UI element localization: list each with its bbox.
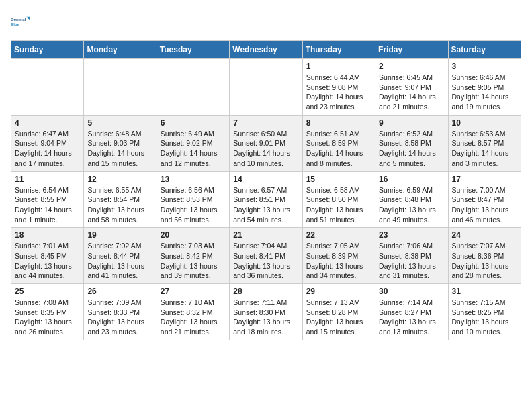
logo: GeneralBlue [11,11,32,32]
weekday-header-friday: Friday [375,41,448,59]
day-info: Sunrise: 7:10 AM Sunset: 8:32 PM Dayligh… [161,298,226,337]
day-number: 15 [306,175,371,184]
calendar-cell: 25Sunrise: 7:08 AM Sunset: 8:35 PM Dayli… [11,284,84,340]
day-info: Sunrise: 6:50 AM Sunset: 9:01 PM Dayligh… [233,129,298,169]
day-number: 25 [15,287,80,296]
day-info: Sunrise: 6:48 AM Sunset: 9:03 PM Dayligh… [87,129,152,169]
day-info: Sunrise: 6:47 AM Sunset: 9:04 PM Dayligh… [15,129,80,169]
calendar-cell: 30Sunrise: 7:14 AM Sunset: 8:27 PM Dayli… [375,284,448,340]
day-info: Sunrise: 6:45 AM Sunset: 9:07 PM Dayligh… [379,73,444,112]
calendar-cell: 21Sunrise: 7:04 AM Sunset: 8:41 PM Dayli… [230,228,302,284]
calendar-cell: 23Sunrise: 7:06 AM Sunset: 8:38 PM Dayli… [375,228,448,284]
calendar-cell: 17Sunrise: 7:00 AM Sunset: 8:47 PM Dayli… [448,171,521,228]
day-number: 26 [87,287,152,296]
day-number: 21 [233,230,298,240]
calendar-cell [230,59,302,116]
day-info: Sunrise: 6:54 AM Sunset: 8:55 PM Dayligh… [15,185,80,225]
page-header: GeneralBlue [11,11,521,32]
day-info: Sunrise: 6:46 AM Sunset: 9:05 PM Dayligh… [452,73,517,112]
svg-text:Blue: Blue [11,22,20,26]
day-info: Sunrise: 6:52 AM Sunset: 8:58 PM Dayligh… [379,129,444,169]
day-number: 27 [161,287,226,296]
calendar-cell: 13Sunrise: 6:56 AM Sunset: 8:53 PM Dayli… [157,171,229,228]
day-info: Sunrise: 7:02 AM Sunset: 8:44 PM Dayligh… [87,241,152,281]
day-number: 9 [379,118,444,128]
calendar-cell: 8Sunrise: 6:51 AM Sunset: 8:59 PM Daylig… [302,115,375,171]
day-info: Sunrise: 7:01 AM Sunset: 8:45 PM Dayligh… [15,241,80,281]
day-info: Sunrise: 7:15 AM Sunset: 8:25 PM Dayligh… [452,298,517,337]
day-info: Sunrise: 7:09 AM Sunset: 8:33 PM Dayligh… [87,298,152,337]
calendar-cell: 20Sunrise: 7:03 AM Sunset: 8:42 PM Dayli… [157,228,229,284]
day-info: Sunrise: 6:49 AM Sunset: 9:02 PM Dayligh… [161,129,226,169]
logo-icon: GeneralBlue [11,11,32,32]
day-number: 17 [452,175,517,184]
day-number: 6 [161,118,226,128]
calendar-cell [84,59,157,116]
day-info: Sunrise: 7:08 AM Sunset: 8:35 PM Dayligh… [15,298,80,337]
day-number: 11 [15,175,80,184]
calendar-cell: 31Sunrise: 7:15 AM Sunset: 8:25 PM Dayli… [448,284,521,340]
day-number: 28 [233,287,298,296]
weekday-header-tuesday: Tuesday [157,41,229,59]
day-number: 5 [87,118,152,128]
day-info: Sunrise: 6:53 AM Sunset: 8:57 PM Dayligh… [452,129,517,169]
calendar-table: SundayMondayTuesdayWednesdayThursdayFrid… [11,40,521,340]
calendar-cell: 24Sunrise: 7:07 AM Sunset: 8:36 PM Dayli… [448,228,521,284]
day-info: Sunrise: 6:44 AM Sunset: 9:08 PM Dayligh… [306,73,371,112]
day-number: 29 [306,287,371,296]
calendar-cell: 10Sunrise: 6:53 AM Sunset: 8:57 PM Dayli… [448,115,521,171]
day-info: Sunrise: 6:51 AM Sunset: 8:59 PM Dayligh… [306,129,371,169]
day-info: Sunrise: 7:14 AM Sunset: 8:27 PM Dayligh… [379,298,444,337]
day-number: 4 [15,118,80,128]
calendar-cell: 28Sunrise: 7:11 AM Sunset: 8:30 PM Dayli… [230,284,302,340]
day-number: 2 [379,62,444,71]
day-info: Sunrise: 6:58 AM Sunset: 8:50 PM Dayligh… [306,185,371,225]
day-number: 31 [452,287,517,296]
calendar-cell: 12Sunrise: 6:55 AM Sunset: 8:54 PM Dayli… [84,171,157,228]
svg-marker-2 [26,17,30,21]
weekday-header-sunday: Sunday [11,41,84,59]
calendar-cell: 11Sunrise: 6:54 AM Sunset: 8:55 PM Dayli… [11,171,84,228]
calendar-cell: 9Sunrise: 6:52 AM Sunset: 8:58 PM Daylig… [375,115,448,171]
day-info: Sunrise: 7:04 AM Sunset: 8:41 PM Dayligh… [233,241,298,281]
calendar-cell: 19Sunrise: 7:02 AM Sunset: 8:44 PM Dayli… [84,228,157,284]
day-number: 13 [161,175,226,184]
calendar-cell: 18Sunrise: 7:01 AM Sunset: 8:45 PM Dayli… [11,228,84,284]
day-number: 1 [306,62,371,71]
day-info: Sunrise: 7:00 AM Sunset: 8:47 PM Dayligh… [452,185,517,225]
calendar-cell [157,59,229,116]
day-info: Sunrise: 7:06 AM Sunset: 8:38 PM Dayligh… [379,241,444,281]
day-number: 20 [161,230,226,240]
day-info: Sunrise: 7:03 AM Sunset: 8:42 PM Dayligh… [161,241,226,281]
calendar-cell: 27Sunrise: 7:10 AM Sunset: 8:32 PM Dayli… [157,284,229,340]
weekday-header-monday: Monday [84,41,157,59]
day-number: 10 [452,118,517,128]
weekday-header-thursday: Thursday [302,41,375,59]
calendar-cell: 29Sunrise: 7:13 AM Sunset: 8:28 PM Dayli… [302,284,375,340]
calendar-cell: 14Sunrise: 6:57 AM Sunset: 8:51 PM Dayli… [230,171,302,228]
day-info: Sunrise: 6:55 AM Sunset: 8:54 PM Dayligh… [87,185,152,225]
day-number: 3 [452,62,517,71]
day-number: 12 [87,175,152,184]
calendar-cell [11,59,84,116]
svg-text:General: General [11,17,26,21]
calendar-cell: 3Sunrise: 6:46 AM Sunset: 9:05 PM Daylig… [448,59,521,116]
day-number: 19 [87,230,152,240]
day-number: 8 [306,118,371,128]
calendar-cell: 5Sunrise: 6:48 AM Sunset: 9:03 PM Daylig… [84,115,157,171]
calendar-cell: 26Sunrise: 7:09 AM Sunset: 8:33 PM Dayli… [84,284,157,340]
day-number: 7 [233,118,298,128]
day-info: Sunrise: 6:56 AM Sunset: 8:53 PM Dayligh… [161,185,226,225]
day-number: 16 [379,175,444,184]
calendar-cell: 16Sunrise: 6:59 AM Sunset: 8:48 PM Dayli… [375,171,448,228]
calendar-cell: 22Sunrise: 7:05 AM Sunset: 8:39 PM Dayli… [302,228,375,284]
calendar-cell: 6Sunrise: 6:49 AM Sunset: 9:02 PM Daylig… [157,115,229,171]
day-number: 30 [379,287,444,296]
calendar-cell: 2Sunrise: 6:45 AM Sunset: 9:07 PM Daylig… [375,59,448,116]
calendar-cell: 4Sunrise: 6:47 AM Sunset: 9:04 PM Daylig… [11,115,84,171]
day-number: 23 [379,230,444,240]
calendar-cell: 1Sunrise: 6:44 AM Sunset: 9:08 PM Daylig… [302,59,375,116]
day-info: Sunrise: 7:11 AM Sunset: 8:30 PM Dayligh… [233,298,298,337]
day-info: Sunrise: 6:59 AM Sunset: 8:48 PM Dayligh… [379,185,444,225]
calendar-cell: 15Sunrise: 6:58 AM Sunset: 8:50 PM Dayli… [302,171,375,228]
